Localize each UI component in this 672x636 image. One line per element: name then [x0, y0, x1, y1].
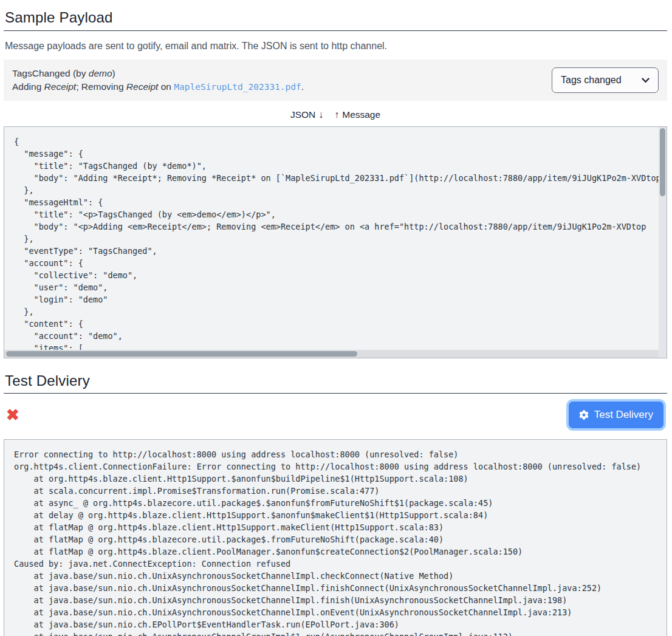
period: . — [301, 81, 304, 92]
horizontal-scrollbar[interactable] — [4, 350, 659, 358]
event-title-suffix: ) — [112, 68, 115, 78]
event-actor: demo — [89, 68, 112, 78]
test-delivery-button-label: Test Delivery — [594, 409, 653, 421]
json-toggle-label: JSON — [290, 109, 315, 120]
json-toggle-link[interactable]: JSON↓ — [290, 109, 323, 120]
error-log-code: Error connecting to http://localhost:800… — [4, 440, 667, 636]
close-icon[interactable]: ✖ — [4, 407, 19, 423]
adding-label: Adding — [12, 81, 44, 92]
event-sample-body-line: Adding Receipt; Removing Receipt on Mapl… — [12, 80, 304, 94]
item-link[interactable]: MapleSirupLtd_202331.pdf — [174, 82, 301, 92]
tag-added: Receipt — [44, 81, 77, 92]
on-label: on — [158, 81, 174, 92]
event-sample-panel: TagsChanged (by demo) Adding Receipt; Re… — [4, 60, 667, 101]
json-payload-box: { "message": { "title": "TagsChanged (by… — [4, 126, 667, 358]
tag-removed: Receipt — [126, 81, 159, 92]
event-type-select[interactable]: Tags changed — [552, 67, 659, 93]
arrow-down-icon: ↓ — [318, 109, 323, 120]
test-delivery-row: ✖ Test Delivery — [4, 400, 667, 430]
chevron-down-icon — [642, 75, 650, 86]
gear-icon — [579, 410, 589, 420]
arrow-up-icon: ↑ — [334, 109, 339, 120]
event-type-select-value: Tags changed — [561, 75, 622, 86]
page-description: Message payloads are sent to gotify, ema… — [5, 41, 667, 52]
event-title-prefix: TagsChanged (by — [12, 68, 89, 78]
message-toggle-label: Message — [342, 109, 380, 120]
event-sample-title-line: TagsChanged (by demo) — [12, 67, 304, 80]
error-log-box: Error connecting to http://localhost:800… — [4, 439, 667, 636]
test-delivery-title: Test Delviery — [4, 372, 667, 394]
horizontal-scrollbar-thumb[interactable] — [6, 351, 357, 357]
vertical-scrollbar[interactable] — [659, 127, 667, 358]
vertical-scrollbar-thumb[interactable] — [660, 128, 665, 196]
page-title: Sample Payload — [4, 0, 667, 31]
message-toggle-link[interactable]: ↑Message — [334, 109, 380, 120]
event-sample-text: TagsChanged (by demo) Adding Receipt; Re… — [12, 67, 304, 94]
test-delivery-button[interactable]: Test Delivery — [569, 402, 663, 428]
removing-label: ; Removing — [76, 81, 126, 92]
page-container: Sample Payload Message payloads are sent… — [0, 0, 672, 636]
json-payload-code: { "message": { "title": "TagsChanged (by… — [4, 127, 667, 358]
view-toggle: JSON↓ ↑Message — [4, 109, 667, 120]
